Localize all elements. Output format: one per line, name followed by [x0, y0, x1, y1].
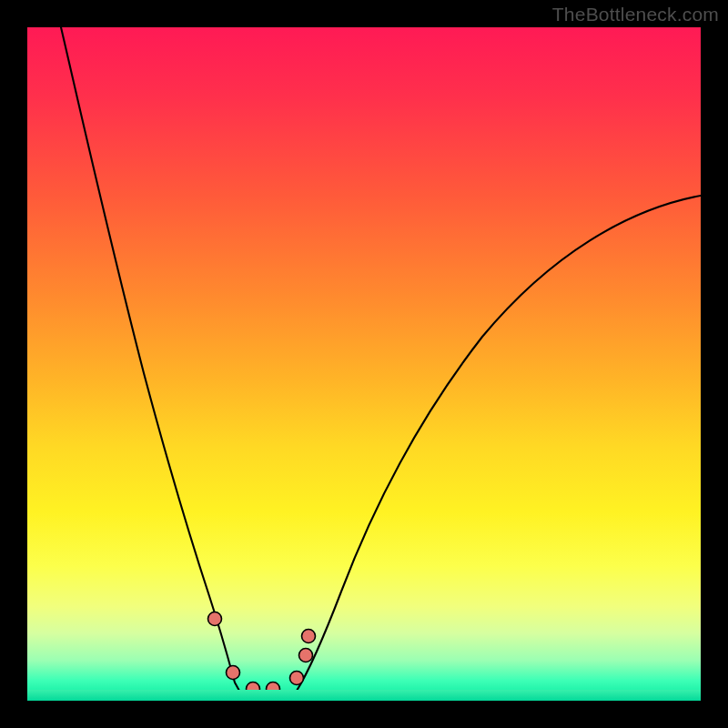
valley-dots	[208, 612, 316, 696]
dot-5	[290, 672, 304, 685]
dot-2	[227, 666, 240, 680]
balanced-strip	[27, 690, 701, 701]
watermark-label: TheBottleneck.com	[552, 4, 719, 25]
curves-layer	[27, 27, 701, 701]
plot-area	[27, 27, 701, 701]
dot-6	[299, 649, 313, 662]
dot-1	[208, 612, 222, 626]
chart-frame: TheBottleneck.com	[0, 0, 728, 728]
right-curve	[297, 196, 701, 691]
dot-7	[302, 630, 316, 643]
left-curve	[61, 27, 239, 691]
